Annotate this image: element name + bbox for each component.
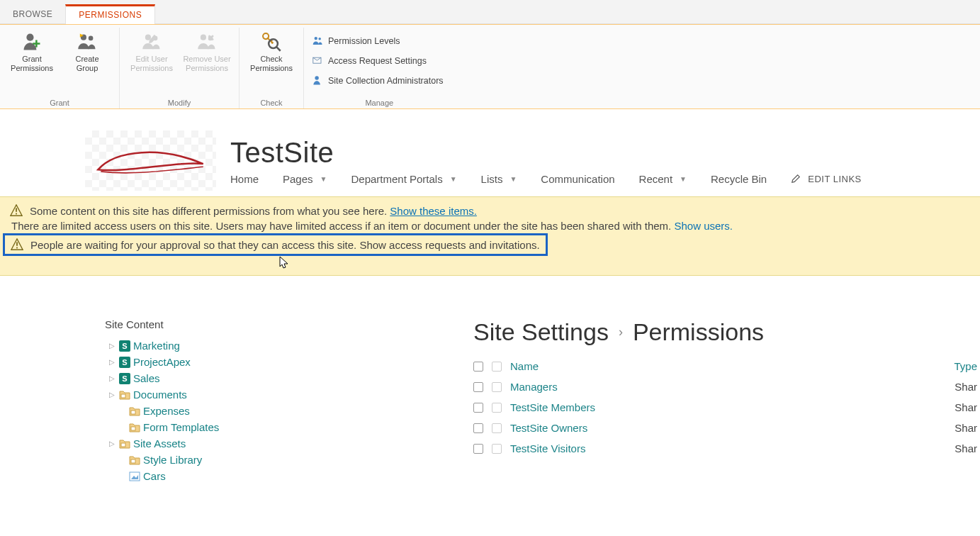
create-group-button[interactable]: Create Group	[60, 29, 115, 89]
tree-item-site-assets[interactable]: ▷Site Assets	[105, 435, 417, 452]
tab-permissions[interactable]: PERMISSIONS	[65, 4, 155, 24]
row-edit-icon[interactable]	[492, 423, 502, 433]
tree-item-form-templates[interactable]: Form Templates	[105, 419, 417, 435]
doclib-icon	[119, 389, 130, 401]
ribbon: Grant Permissions Create Group Grant Edi…	[0, 24, 980, 109]
nav-department-portals[interactable]: Department Portals ▼	[351, 173, 456, 185]
group-name-link[interactable]: TestSite Visitors	[510, 442, 585, 454]
permission-levels-button[interactable]: Permission Levels	[310, 32, 446, 50]
select-all-checkbox[interactable]	[473, 362, 483, 372]
svg-line-15	[277, 48, 281, 51]
group-name-link[interactable]: TestSite Owners	[510, 422, 587, 434]
show-access-requests-link[interactable]: Show access requests and invitations.	[359, 239, 539, 251]
mouse-cursor-icon	[279, 256, 980, 272]
main-area: Site Content ▷Marketing▷ProjectApex▷Sale…	[0, 276, 980, 484]
nav-lists[interactable]: Lists ▼	[481, 173, 517, 185]
column-name[interactable]: Name	[510, 360, 539, 372]
doclib-icon	[129, 422, 140, 433]
breadcrumb-site-settings[interactable]: Site Settings	[473, 318, 609, 346]
row-select-checkbox[interactable]	[473, 423, 483, 433]
chevron-down-icon: ▼	[450, 175, 457, 183]
edit-user-permissions-button[interactable]: Edit User Permissions	[124, 29, 179, 89]
tree-expand-icon[interactable]: ▷	[109, 391, 116, 398]
nav-communication[interactable]: Communication	[541, 173, 614, 185]
remove-user-permissions-button[interactable]: Remove User Permissions	[179, 29, 235, 89]
breadcrumb: Site Settings › Permissions	[473, 318, 980, 346]
row-edit-icon[interactable]	[492, 444, 502, 454]
chevron-down-icon: ▼	[680, 175, 687, 183]
remove-user-permissions-icon	[195, 32, 219, 52]
site-title: TestSite	[230, 137, 862, 169]
tree-expand-icon[interactable]: ▷	[109, 440, 116, 447]
svg-rect-12	[35, 40, 38, 47]
tree-item-projectapex[interactable]: ▷ProjectApex	[105, 354, 417, 370]
chevron-down-icon: ▼	[320, 175, 327, 183]
show-users-link[interactable]: Show users.	[674, 220, 733, 232]
top-nav: Home Pages ▼ Department Portals ▼ Lists …	[230, 173, 862, 185]
column-type[interactable]: Type	[954, 360, 980, 372]
check-permissions-button[interactable]: Check Permissions	[244, 29, 299, 89]
notification-band: Some content on this site has different …	[0, 196, 980, 276]
tree-item-documents[interactable]: ▷Documents	[105, 386, 417, 403]
pending-approval-callout: People are waiting for your approval so …	[3, 233, 548, 256]
row-select-checkbox[interactable]	[473, 382, 483, 392]
show-these-items-link[interactable]: Show these items.	[390, 205, 477, 217]
sp-site-icon	[119, 357, 130, 368]
row-select-checkbox[interactable]	[473, 403, 483, 413]
nav-pages[interactable]: Pages ▼	[283, 173, 327, 185]
nav-lists-label: Lists	[481, 173, 503, 185]
site-content-heading: Site Content	[105, 318, 417, 330]
grant-permissions-icon	[20, 32, 44, 52]
tree-item-label: Cars	[143, 470, 166, 482]
tree-expand-icon[interactable]: ▷	[109, 374, 116, 382]
tab-browse[interactable]: BROWSE	[0, 4, 65, 23]
tree-item-marketing[interactable]: ▷Marketing	[105, 337, 417, 354]
edit-links-label: EDIT LINKS	[808, 174, 862, 184]
check-permissions-icon	[259, 32, 283, 52]
nav-recycle-bin[interactable]: Recycle Bin	[711, 173, 767, 185]
row-edit-icon[interactable]	[492, 382, 502, 392]
access-request-settings-button[interactable]: Access Request Settings	[310, 52, 446, 70]
tree-item-cars[interactable]: Cars	[105, 468, 417, 484]
permissions-table: Name Type ManagersSharTestSite MembersSh…	[473, 356, 980, 459]
piclib-icon	[129, 471, 140, 482]
group-type: Shar	[954, 422, 980, 434]
ribbon-group-check-label: Check	[244, 96, 299, 108]
tree-item-label: ProjectApex	[133, 356, 191, 368]
nav-recent[interactable]: Recent ▼	[639, 173, 687, 185]
ribbon-group-modify: Edit User Permissions Remove User Permis…	[120, 28, 240, 108]
group-name-link[interactable]: Managers	[510, 381, 558, 393]
tree-item-style-library[interactable]: Style Library	[105, 452, 417, 468]
doclib-icon	[129, 454, 140, 466]
grant-permissions-button[interactable]: Grant Permissions	[4, 29, 60, 89]
tree-expand-icon[interactable]: ▷	[109, 342, 116, 350]
group-name-link[interactable]: TestSite Members	[510, 401, 595, 413]
ribbon-group-grant-label: Grant	[4, 96, 115, 108]
site-collection-admins-button[interactable]: Site Collection Administrators	[310, 72, 446, 90]
tree-item-label: Documents	[133, 389, 187, 401]
tree-expand-icon[interactable]: ▷	[109, 358, 116, 366]
site-logo[interactable]	[85, 130, 216, 191]
site-content-tree: Site Content ▷Marketing▷ProjectApex▷Sale…	[105, 318, 417, 484]
notif-3-text: People are waiting for your approval so …	[30, 239, 359, 251]
chevron-down-icon: ▼	[509, 175, 517, 183]
tree-item-label: Form Templates	[143, 421, 219, 433]
tree-item-sales[interactable]: ▷Sales	[105, 370, 417, 386]
permissions-panel: Site Settings › Permissions Name Type Ma…	[473, 318, 980, 484]
ribbon-group-manage-label: Manage	[308, 96, 451, 108]
permission-levels-icon	[312, 35, 324, 47]
nav-home[interactable]: Home	[230, 173, 259, 185]
group-type: Shar	[954, 381, 980, 393]
permission-levels-label: Permission Levels	[328, 36, 400, 46]
tree-item-label: Sales	[133, 372, 160, 384]
access-request-settings-label: Access Request Settings	[328, 56, 427, 66]
edit-user-permissions-label: Edit User Permissions	[130, 55, 173, 72]
row-select-checkbox[interactable]	[473, 444, 483, 454]
row-edit-icon[interactable]	[492, 403, 502, 413]
title-area: TestSite Home Pages ▼ Department Portals…	[0, 109, 980, 196]
sp-site-icon	[119, 340, 130, 352]
edit-links-button[interactable]: EDIT LINKS	[791, 174, 862, 184]
nav-dept-label: Department Portals	[351, 173, 442, 185]
tree-item-expenses[interactable]: Expenses	[105, 403, 417, 419]
tree-item-label: Style Library	[143, 454, 202, 466]
